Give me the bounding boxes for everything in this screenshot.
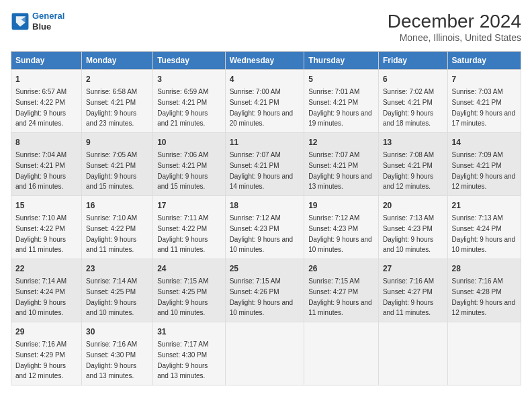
calendar-row: 29Sunrise: 7:16 AMSunset: 4:29 PMDayligh… (11, 322, 521, 385)
page-title: December 2024 (388, 11, 521, 32)
day-info: Sunrise: 7:08 AMSunset: 4:21 PMDaylight:… (383, 151, 434, 190)
day-number: 30 (86, 326, 148, 338)
calendar-cell: 5Sunrise: 7:01 AMSunset: 4:21 PMDaylight… (304, 70, 379, 133)
day-number: 7 (452, 73, 517, 85)
day-number: 25 (230, 263, 300, 275)
day-number: 5 (308, 73, 374, 85)
day-info: Sunrise: 7:07 AMSunset: 4:21 PMDaylight:… (230, 151, 294, 190)
calendar-cell: 1Sunrise: 6:57 AMSunset: 4:22 PMDaylight… (11, 70, 82, 133)
day-info: Sunrise: 7:07 AMSunset: 4:21 PMDaylight:… (308, 151, 372, 190)
calendar-cell: 28Sunrise: 7:16 AMSunset: 4:28 PMDayligh… (447, 259, 521, 322)
day-info: Sunrise: 7:04 AMSunset: 4:21 PMDaylight:… (15, 151, 66, 190)
day-info: Sunrise: 7:02 AMSunset: 4:21 PMDaylight:… (383, 88, 434, 127)
day-number: 16 (86, 199, 148, 212)
day-info: Sunrise: 7:01 AMSunset: 4:21 PMDaylight:… (308, 88, 372, 127)
day-number: 20 (383, 199, 443, 212)
day-info: Sunrise: 7:11 AMSunset: 4:22 PMDaylight:… (157, 214, 208, 253)
location-subtitle: Monee, Illinois, United States (388, 32, 521, 43)
day-number: 4 (230, 73, 300, 85)
day-info: Sunrise: 7:03 AMSunset: 4:21 PMDaylight:… (452, 88, 516, 127)
day-info: Sunrise: 7:10 AMSunset: 4:22 PMDaylight:… (15, 214, 66, 253)
day-info: Sunrise: 7:06 AMSunset: 4:21 PMDaylight:… (157, 151, 208, 190)
day-info: Sunrise: 7:14 AMSunset: 4:25 PMDaylight:… (86, 277, 137, 316)
day-number: 14 (452, 136, 517, 148)
calendar-row: 15Sunrise: 7:10 AMSunset: 4:22 PMDayligh… (11, 196, 521, 259)
day-number: 3 (157, 73, 220, 85)
calendar-cell: 6Sunrise: 7:02 AMSunset: 4:21 PMDaylight… (378, 70, 447, 133)
calendar-cell: 30Sunrise: 7:16 AMSunset: 4:30 PMDayligh… (82, 322, 153, 385)
calendar-cell: 16Sunrise: 7:10 AMSunset: 4:22 PMDayligh… (82, 196, 153, 259)
day-info: Sunrise: 7:00 AMSunset: 4:21 PMDaylight:… (230, 88, 294, 127)
calendar-row: 22Sunrise: 7:14 AMSunset: 4:24 PMDayligh… (11, 259, 521, 322)
calendar-cell: 4Sunrise: 7:00 AMSunset: 4:21 PMDaylight… (225, 70, 304, 133)
calendar-cell: 25Sunrise: 7:15 AMSunset: 4:26 PMDayligh… (225, 259, 304, 322)
calendar-cell (378, 322, 447, 385)
day-info: Sunrise: 7:10 AMSunset: 4:22 PMDaylight:… (86, 214, 137, 253)
day-number: 17 (157, 199, 220, 212)
day-number: 27 (383, 263, 443, 275)
column-header-tuesday: Tuesday (153, 52, 225, 70)
day-number: 15 (15, 199, 77, 212)
day-info: Sunrise: 7:16 AMSunset: 4:30 PMDaylight:… (86, 340, 137, 379)
day-number: 2 (86, 73, 148, 85)
day-number: 28 (452, 263, 517, 275)
logo: General Blue (11, 11, 64, 32)
calendar-cell (447, 322, 521, 385)
day-number: 13 (383, 136, 443, 148)
calendar-cell: 7Sunrise: 7:03 AMSunset: 4:21 PMDaylight… (447, 70, 521, 133)
day-number: 8 (15, 136, 77, 148)
calendar-cell (304, 322, 379, 385)
day-info: Sunrise: 7:15 AMSunset: 4:26 PMDaylight:… (230, 277, 294, 316)
day-number: 21 (452, 199, 517, 212)
calendar-table: SundayMondayTuesdayWednesdayThursdayFrid… (11, 51, 521, 385)
page-header: General Blue December 2024 Monee, Illino… (11, 11, 521, 43)
calendar-cell: 12Sunrise: 7:07 AMSunset: 4:21 PMDayligh… (304, 133, 379, 196)
calendar-cell: 17Sunrise: 7:11 AMSunset: 4:22 PMDayligh… (153, 196, 225, 259)
calendar-cell: 9Sunrise: 7:05 AMSunset: 4:21 PMDaylight… (82, 133, 153, 196)
column-header-thursday: Thursday (304, 52, 379, 70)
logo-icon (11, 12, 30, 31)
column-header-monday: Monday (82, 52, 153, 70)
day-number: 18 (230, 199, 300, 212)
calendar-cell: 13Sunrise: 7:08 AMSunset: 4:21 PMDayligh… (378, 133, 447, 196)
logo-line2: Blue (32, 21, 51, 32)
calendar-cell: 31Sunrise: 7:17 AMSunset: 4:30 PMDayligh… (153, 322, 225, 385)
day-info: Sunrise: 7:15 AMSunset: 4:27 PMDaylight:… (308, 277, 372, 316)
calendar-cell: 20Sunrise: 7:13 AMSunset: 4:23 PMDayligh… (378, 196, 447, 259)
calendar-cell: 11Sunrise: 7:07 AMSunset: 4:21 PMDayligh… (225, 133, 304, 196)
calendar-row: 1Sunrise: 6:57 AMSunset: 4:22 PMDaylight… (11, 70, 521, 133)
day-number: 29 (15, 326, 77, 338)
day-number: 6 (383, 73, 443, 85)
day-number: 12 (308, 136, 374, 148)
day-info: Sunrise: 7:16 AMSunset: 4:28 PMDaylight:… (452, 277, 516, 316)
day-info: Sunrise: 7:09 AMSunset: 4:21 PMDaylight:… (452, 151, 516, 190)
calendar-cell: 15Sunrise: 7:10 AMSunset: 4:22 PMDayligh… (11, 196, 82, 259)
day-number: 11 (230, 136, 300, 148)
calendar-cell (225, 322, 304, 385)
calendar-cell: 22Sunrise: 7:14 AMSunset: 4:24 PMDayligh… (11, 259, 82, 322)
column-header-friday: Friday (378, 52, 447, 70)
day-info: Sunrise: 7:13 AMSunset: 4:23 PMDaylight:… (383, 214, 434, 253)
calendar-cell: 24Sunrise: 7:15 AMSunset: 4:25 PMDayligh… (153, 259, 225, 322)
day-info: Sunrise: 7:13 AMSunset: 4:24 PMDaylight:… (452, 214, 516, 253)
day-info: Sunrise: 7:16 AMSunset: 4:29 PMDaylight:… (15, 340, 66, 379)
day-number: 22 (15, 263, 77, 275)
calendar-cell: 3Sunrise: 6:59 AMSunset: 4:21 PMDaylight… (153, 70, 225, 133)
day-number: 1 (15, 73, 77, 85)
day-info: Sunrise: 7:14 AMSunset: 4:24 PMDaylight:… (15, 277, 66, 316)
day-number: 26 (308, 263, 374, 275)
column-header-sunday: Sunday (11, 52, 82, 70)
day-number: 9 (86, 136, 148, 148)
logo-text: General Blue (32, 11, 64, 32)
day-number: 19 (308, 199, 374, 212)
calendar-cell: 8Sunrise: 7:04 AMSunset: 4:21 PMDaylight… (11, 133, 82, 196)
column-header-saturday: Saturday (447, 52, 521, 70)
calendar-cell: 18Sunrise: 7:12 AMSunset: 4:23 PMDayligh… (225, 196, 304, 259)
day-info: Sunrise: 7:16 AMSunset: 4:27 PMDaylight:… (383, 277, 434, 316)
day-info: Sunrise: 6:59 AMSunset: 4:21 PMDaylight:… (157, 88, 208, 127)
title-block: December 2024 Monee, Illinois, United St… (388, 11, 521, 43)
day-number: 31 (157, 326, 220, 338)
day-number: 24 (157, 263, 220, 275)
logo-line1: General (32, 11, 64, 21)
day-number: 23 (86, 263, 148, 275)
